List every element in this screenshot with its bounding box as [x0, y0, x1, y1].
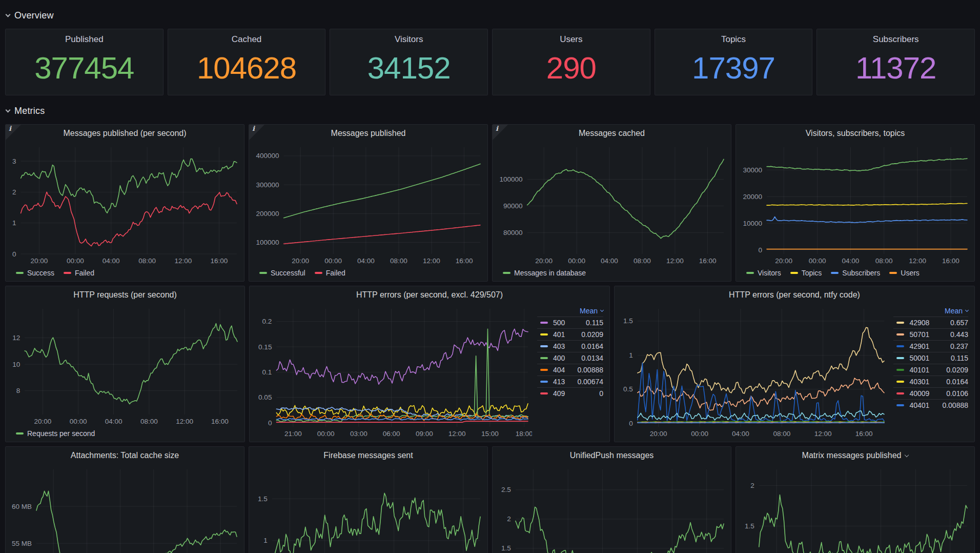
panel-header[interactable]: HTTP requests (per second) — [6, 286, 244, 304]
chart-http-errors-ntfy[interactable]: 00.511.520:0000:0004:0008:0012:0016:00Me… — [615, 304, 974, 442]
panel-header[interactable]: Matrix messages published — [736, 447, 974, 464]
chart-messages-published[interactable]: 10000020000030000040000020:0000:0004:000… — [249, 142, 487, 281]
metrics-row-1: i Messages published (per second) 012320… — [5, 124, 975, 282]
panel-title: Visitors, subscribers, topics — [806, 129, 905, 138]
svg-text:21:00: 21:00 — [284, 430, 302, 438]
svg-text:16:00: 16:00 — [855, 430, 873, 438]
chart-attachments-cache-size[interactable]: 55 MB60 MB — [6, 464, 244, 553]
svg-text:15:00: 15:00 — [481, 430, 499, 438]
panel-header[interactable]: UnifiedPush messages — [493, 447, 731, 464]
legend-item[interactable]: Success — [16, 269, 54, 277]
svg-text:04:00: 04:00 — [103, 257, 120, 265]
legend: SuccessFailed — [10, 267, 241, 279]
svg-text:00:00: 00:00 — [67, 257, 84, 265]
section-header-overview[interactable]: Overview — [6, 9, 974, 22]
panel-messages-published-rate: i Messages published (per second) 012320… — [5, 124, 244, 282]
legend-table-row[interactable]: 4000.0134 — [537, 352, 603, 364]
legend-table-row[interactable]: 500010.115 — [893, 352, 968, 364]
svg-text:04:00: 04:00 — [357, 257, 375, 265]
legend-mean-sort[interactable]: Mean — [893, 305, 968, 317]
stat-panel-cached[interactable]: Cached 104628 — [168, 29, 326, 95]
legend-item[interactable]: Visitors — [746, 269, 781, 277]
legend-item[interactable]: Subscribers — [831, 269, 880, 277]
stat-panel-topics[interactable]: Topics 17397 — [655, 29, 813, 95]
chart-visitors-subscribers-topics[interactable]: 010000200003000020:0000:0004:0008:0012:0… — [736, 142, 974, 281]
panel-header[interactable]: HTTP errors (per second, excl. 429/507) — [250, 286, 609, 304]
panel-header[interactable]: Attachments: Total cache size — [6, 447, 244, 464]
legend-table-row[interactable]: 429080.657 — [893, 317, 968, 328]
legend-mean-sort[interactable]: Mean — [537, 305, 603, 317]
legend-table-row[interactable]: 400090.0106 — [893, 387, 968, 399]
legend-item[interactable]: Users — [889, 269, 920, 277]
panel-header[interactable]: Messages cached — [493, 125, 731, 142]
legend-table-row[interactable]: 401010.0209 — [893, 364, 968, 376]
svg-text:1.5: 1.5 — [501, 544, 511, 552]
chart-messages-published-rate[interactable]: 012320:0000:0004:0008:0012:0016:00Succes… — [6, 142, 244, 281]
stat-panel-visitors[interactable]: Visitors 34152 — [330, 29, 488, 95]
svg-text:03:00: 03:00 — [350, 430, 368, 438]
legend: SuccessfulFailed — [253, 267, 484, 279]
panel-http-errors-excl: HTTP errors (per second, excl. 429/507) … — [249, 286, 610, 442]
info-icon[interactable]: i — [249, 125, 264, 140]
legend-item[interactable]: Failed — [64, 269, 94, 277]
legend-table-row[interactable]: 429010.237 — [893, 340, 968, 352]
legend-table-row[interactable]: 507010.443 — [893, 328, 968, 340]
info-icon[interactable]: i — [493, 125, 508, 140]
svg-text:12:00: 12:00 — [448, 430, 466, 438]
chart-messages-cached[interactable]: 800009000010000020:0000:0004:0008:0012:0… — [493, 142, 731, 281]
stat-value: 377454 — [34, 41, 134, 95]
legend-table-row[interactable]: 404010.00888 — [893, 399, 968, 411]
chart-http-errors-excl[interactable]: 00.050.10.150.221:0000:0003:0006:0009:00… — [250, 304, 609, 442]
svg-text:1.5: 1.5 — [745, 522, 754, 530]
legend-item[interactable]: Successful — [259, 269, 305, 277]
svg-text:20:00: 20:00 — [775, 257, 792, 265]
panel-http-errors-ntfy: HTTP errors (per second, ntfy code) 00.5… — [614, 286, 975, 442]
panel-title: HTTP errors (per second, excl. 429/507) — [356, 290, 503, 300]
svg-text:0.2: 0.2 — [262, 318, 272, 325]
stat-panel-subscribers[interactable]: Subscribers 11372 — [816, 29, 975, 95]
svg-text:0: 0 — [12, 250, 16, 258]
chart-firebase-messages[interactable]: 0.511.5 — [249, 464, 487, 553]
panel-header[interactable]: Firebase messages sent — [249, 447, 487, 464]
svg-text:00:00: 00:00 — [324, 257, 342, 265]
legend-item[interactable]: Failed — [315, 269, 345, 277]
legend-item[interactable]: Requests per second — [16, 429, 95, 438]
panel-header[interactable]: HTTP errors (per second, ntfy code) — [615, 286, 974, 304]
chevron-down-icon[interactable] — [905, 452, 909, 457]
chevron-down-icon — [6, 12, 11, 17]
section-header-metrics[interactable]: Metrics — [6, 105, 974, 117]
panel-title: Attachments: Total cache size — [71, 451, 179, 460]
legend-table-row[interactable]: 4030.0164 — [537, 340, 603, 352]
dashboard: Overview Published 377454 Cached 104628 … — [0, 0, 980, 553]
legend-table-row[interactable]: 4130.00674 — [537, 376, 603, 387]
chevron-down-icon — [6, 107, 11, 112]
legend-table-row[interactable]: 4090 — [537, 387, 603, 399]
panel-header[interactable]: Visitors, subscribers, topics — [736, 125, 974, 142]
svg-text:0: 0 — [629, 420, 633, 427]
stat-panel-published[interactable]: Published 377454 — [5, 29, 164, 95]
chart-matrix-messages[interactable]: 11.52 — [736, 464, 974, 553]
svg-text:0.1: 0.1 — [262, 368, 272, 376]
info-icon[interactable]: i — [6, 125, 21, 140]
svg-text:1.5: 1.5 — [623, 317, 633, 325]
panel-header[interactable]: Messages published — [249, 125, 487, 142]
chart-unifiedpush-messages[interactable]: 11.522.5 — [493, 464, 731, 553]
svg-text:0.05: 0.05 — [258, 393, 272, 401]
panel-header[interactable]: Messages published (per second) — [6, 125, 244, 142]
svg-text:2.5: 2.5 — [501, 486, 511, 493]
legend-table-row[interactable]: 4010.0209 — [537, 328, 603, 340]
svg-text:1: 1 — [263, 537, 268, 544]
section-label: Overview — [14, 10, 54, 21]
stat-value: 11372 — [855, 41, 936, 95]
legend-table-row[interactable]: 4040.00888 — [537, 364, 603, 376]
svg-text:12:00: 12:00 — [666, 257, 684, 265]
legend-table-row[interactable]: 403010.0164 — [893, 376, 968, 387]
svg-text:04:00: 04:00 — [842, 257, 860, 265]
svg-text:00:00: 00:00 — [809, 257, 826, 265]
legend-table-row[interactable]: 5000.115 — [537, 317, 603, 328]
legend-item[interactable]: Topics — [790, 269, 822, 277]
stat-panel-users[interactable]: Users 290 — [492, 29, 650, 95]
svg-text:16:00: 16:00 — [211, 418, 229, 425]
chart-http-requests[interactable]: 8101220:0000:0004:0008:0012:0016:00Reque… — [6, 304, 244, 442]
legend-item[interactable]: Messages in database — [503, 269, 586, 277]
